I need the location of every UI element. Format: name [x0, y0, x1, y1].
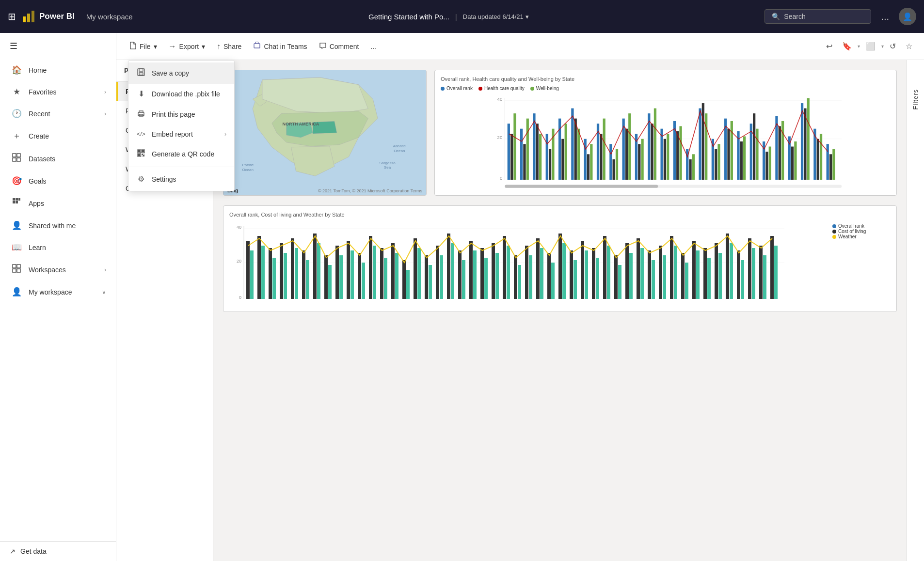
svg-rect-189 [558, 234, 562, 299]
topbar: ⊞ Power BI My workspace Getting Started … [0, 0, 924, 33]
svg-rect-51 [523, 144, 526, 180]
sidebar-item-recent[interactable]: 🕐 Recent › [0, 103, 116, 125]
svg-rect-105 [753, 113, 755, 180]
export-label: Export [179, 43, 199, 50]
refresh-button[interactable]: ↺ [886, 39, 900, 54]
filters-panel[interactable]: Filters [907, 60, 924, 561]
myworkspace-icon: 👤 [11, 287, 22, 297]
save-copy-menu-item[interactable]: Save a copy [128, 62, 234, 84]
sidebar-item-create[interactable]: ＋ Create [0, 125, 116, 147]
legend-dot-wellbeing [530, 87, 534, 91]
topbar-right: 🔍 Search ... 👤 [765, 8, 916, 25]
svg-rect-71 [609, 144, 612, 180]
svg-rect-82 [654, 109, 656, 180]
bar-chart-cost-weather: Overall rank, Cost of living and Weather… [223, 205, 897, 312]
map-chart[interactable]: NORTH AMERICA Pacific Ocean Atlantic Oce… [223, 70, 427, 196]
svg-rect-100 [731, 121, 733, 180]
svg-rect-3 [13, 154, 16, 157]
shared-icon: 👤 [11, 220, 22, 231]
svg-rect-161 [402, 260, 406, 299]
sidebar-item-datasets[interactable]: Datasets [0, 147, 116, 170]
toolbar-more-button[interactable]: ... [366, 39, 381, 54]
workspaces-icon [11, 264, 22, 275]
get-data-arrow-icon: ↗ [10, 547, 16, 555]
svg-rect-169 [447, 234, 450, 299]
menu-divider [128, 167, 234, 167]
export-button[interactable]: → Export ▾ [164, 39, 210, 54]
filters-label[interactable]: Filters [912, 89, 919, 109]
report-title: Getting Started with Po... [368, 13, 449, 21]
sidebar-item-goals[interactable]: 🎯 Goals [0, 170, 116, 192]
clock-icon: 🕐 [11, 109, 22, 119]
sidebar-item-home[interactable]: 🏠 Home [0, 59, 116, 81]
svg-rect-72 [613, 159, 615, 180]
svg-rect-28 [142, 154, 143, 155]
svg-rect-114 [791, 147, 794, 180]
datasets-icon [11, 153, 22, 164]
svg-rect-87 [676, 131, 679, 180]
get-data-button[interactable]: ↗ Get data [10, 547, 106, 555]
sidebar-item-shared[interactable]: 👤 Shared with me [0, 215, 116, 236]
sidebar-item-learn[interactable]: 📖 Learn [0, 236, 116, 258]
sidebar-collapse-button[interactable]: ☰ [0, 33, 116, 59]
svg-rect-85 [667, 134, 669, 180]
svg-rect-75 [625, 129, 628, 180]
sidebar-item-favorites[interactable]: ★ Favorites › [0, 81, 116, 103]
undo-button[interactable]: ↩ [822, 39, 836, 54]
sidebar-item-myworkspace[interactable]: 👤 My workspace ∨ [0, 281, 116, 303]
bar-chart-health-legend: Overall rank Health care quality Well-be… [441, 86, 891, 91]
sidebar-label-favorites: Favorites [29, 88, 97, 96]
svg-rect-165 [425, 255, 428, 299]
sidebar-item-workspaces[interactable]: Workspaces › [0, 258, 116, 281]
print-menu-item[interactable]: Print this page [128, 104, 234, 125]
svg-rect-220 [730, 243, 733, 299]
file-button[interactable]: File ▾ [124, 38, 162, 55]
qr-code-label: Generate a QR code [152, 150, 226, 158]
svg-rect-64 [577, 129, 580, 180]
legend-dot-overall [441, 87, 445, 91]
favorite-star-button[interactable]: ☆ [902, 39, 916, 54]
svg-rect-150 [339, 255, 343, 299]
chat-label: Chat in Teams [264, 43, 307, 50]
settings-menu-item[interactable]: ⚙ Settings [128, 169, 234, 189]
sidebar-item-apps[interactable]: Apps [0, 192, 116, 215]
data-updated[interactable]: Data updated 6/14/21 ▾ [463, 13, 529, 20]
svg-rect-74 [622, 119, 625, 180]
sidebar-label-workspaces: Workspaces [29, 266, 97, 274]
svg-rect-12 [13, 265, 16, 268]
qr-code-menu-item[interactable]: Generate a QR code [128, 143, 234, 165]
bar-chart-cost-title: Overall rank, Cost of living and Weather… [229, 212, 891, 218]
topbar-more-button[interactable]: ... [877, 9, 893, 24]
svg-rect-224 [752, 248, 755, 299]
svg-rect-63 [574, 119, 577, 180]
workspace-name[interactable]: My workspace [86, 13, 133, 21]
qr-code-icon [136, 149, 146, 159]
download-pbix-menu-item[interactable]: ⬇ Download the .pbix file [128, 84, 234, 104]
svg-rect-67 [590, 144, 592, 180]
svg-rect-96 [715, 149, 717, 180]
powerbi-icon [22, 10, 35, 23]
comment-button[interactable]: Comment [314, 38, 364, 55]
svg-rect-25 [142, 150, 144, 152]
chevron-right-icon: › [104, 266, 106, 273]
svg-rect-196 [596, 258, 599, 299]
user-avatar[interactable]: 👤 [899, 8, 916, 25]
svg-rect-185 [536, 238, 540, 299]
view-button[interactable]: ⬜ [862, 39, 879, 54]
svg-rect-218 [718, 253, 722, 299]
share-button[interactable]: ↑ Share [212, 39, 246, 54]
map-background: NORTH AMERICA Pacific Ocean Atlantic Oce… [223, 70, 426, 195]
svg-rect-138 [272, 258, 276, 299]
bookmark-button[interactable]: 🔖 [838, 39, 856, 54]
svg-rect-106 [756, 129, 758, 180]
chat-in-teams-button[interactable]: Chat in Teams [248, 38, 312, 55]
search-box[interactable]: 🔍 Search [765, 9, 871, 24]
share-label: Share [223, 43, 241, 50]
embed-menu-item[interactable]: </> Embed report › [128, 125, 234, 143]
grid-icon[interactable]: ⊞ [8, 11, 16, 22]
svg-rect-88 [679, 126, 682, 180]
svg-rect-183 [525, 246, 528, 299]
legend-overall-rank: Overall rank [441, 86, 473, 91]
svg-rect-123 [829, 154, 832, 180]
svg-rect-180 [507, 246, 510, 299]
